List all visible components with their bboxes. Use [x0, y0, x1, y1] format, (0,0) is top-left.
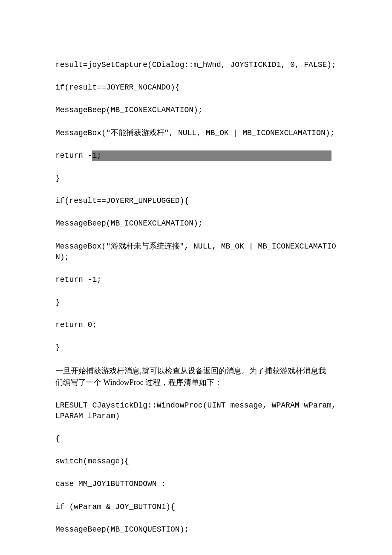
- paragraph-line: 们编写了一个 WindowProc 过程，程序清单如下：: [55, 377, 337, 388]
- code-line: {: [55, 434, 337, 444]
- document-page: result=joySetCapture(CDialog::m_hWnd, JO…: [0, 0, 392, 555]
- code-line: }: [55, 297, 337, 308]
- code-line: }: [55, 173, 337, 184]
- code-line: if(result==JOYERR_NOCANDO){: [55, 82, 337, 93]
- code-line: return -1;: [55, 275, 337, 285]
- code-line: result=joySetCapture(CDialog::m_hWnd, JO…: [55, 60, 337, 70]
- code-line: MessageBeep(MB_ICONEXCLAMATION);: [55, 105, 337, 116]
- code-line: if(result==JOYERR_UNPLUGGED){: [55, 196, 337, 206]
- code-line: LRESULT CJaystickDlg::WindowProc(UINT me…: [55, 400, 337, 422]
- highlighted-text: 1;: [92, 150, 331, 161]
- code-line: MessageBox("游戏杆未与系统连接", NULL, MB_OK | MB…: [55, 241, 337, 263]
- code-line: MessageBeep(MB_ICONEXCLAMATION);: [55, 218, 337, 229]
- code-line: case MM_JOY1BUTTONDOWN :: [55, 479, 337, 489]
- code-line: }: [55, 342, 337, 353]
- code-line-highlighted: return -1;: [55, 150, 337, 161]
- paragraph: 一旦开始捕获游戏杆消息,就可以检查从设备返回的消息。为了捕获游戏杆消息我 们编写…: [55, 365, 337, 388]
- code-text: return -: [55, 151, 92, 160]
- code-line: return 0;: [55, 320, 337, 330]
- code-line: switch(message){: [55, 456, 337, 467]
- code-line: MessageBeep(MB_ICONQUESTION);: [55, 524, 337, 535]
- code-line: MessageBox("不能捕获游戏杆", NULL, MB_OK | MB_I…: [55, 128, 337, 139]
- code-line: if (wParam & JOY_BUTTON1){: [55, 502, 337, 512]
- paragraph-line: 一旦开始捕获游戏杆消息,就可以检查从设备返回的消息。为了捕获游戏杆消息我: [55, 365, 337, 377]
